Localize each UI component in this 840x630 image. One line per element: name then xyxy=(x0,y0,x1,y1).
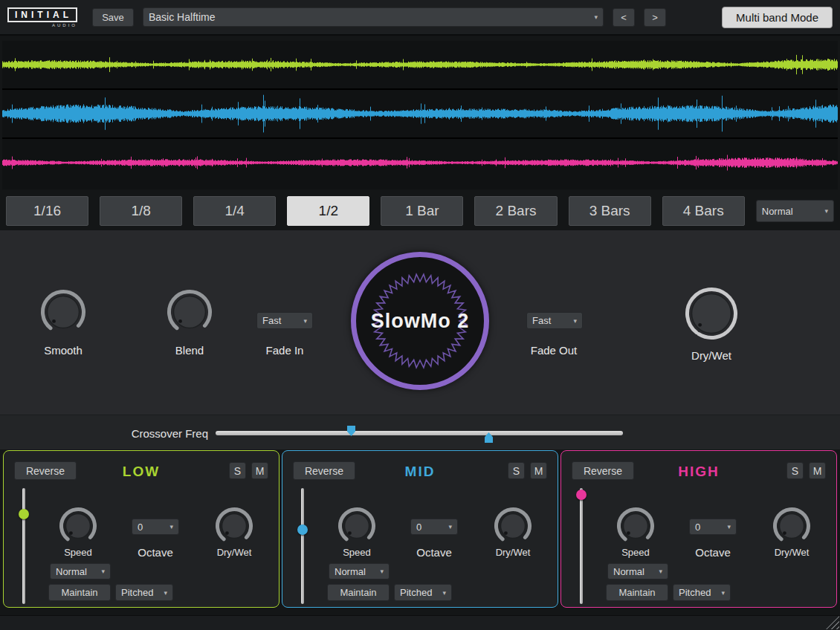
fade-out-select[interactable]: Fast ▾ xyxy=(526,312,583,329)
speed-knob[interactable] xyxy=(337,507,376,545)
division-button[interactable]: 3 Bars xyxy=(569,196,651,226)
slider-track xyxy=(22,488,25,604)
octave-value: 0 xyxy=(695,522,700,533)
fade-in-select[interactable]: Fast ▾ xyxy=(256,312,313,329)
maintain-button[interactable]: Maintain xyxy=(606,584,668,601)
preset-select[interactable]: Basic Halftime ▾ xyxy=(143,7,604,27)
octave-select[interactable]: 0 ▾ xyxy=(410,519,458,535)
crossover-section: Crossover Freq xyxy=(0,415,840,449)
band-panel-high: Reverse HIGH S M Speed 0 ▾ Octave Dry/We… xyxy=(560,450,837,608)
speed-label: Speed xyxy=(37,547,119,558)
playback-mode-value: Normal xyxy=(762,206,793,217)
logo-subtext: AUDIO xyxy=(7,23,77,27)
band-mode-select[interactable]: Normal ▾ xyxy=(329,563,390,579)
fade-out-value: Fast xyxy=(532,315,551,326)
smooth-label: Smooth xyxy=(22,344,104,357)
high-waveform-canvas xyxy=(2,140,838,185)
prev-preset-button[interactable]: < xyxy=(613,8,635,27)
division-button[interactable]: 1/4 xyxy=(193,196,276,226)
band-level-slider[interactable] xyxy=(19,488,29,604)
crossover-label: Crossover Freq xyxy=(97,427,208,440)
chevron-down-icon: ▾ xyxy=(721,589,725,597)
band-drywet-knob[interactable] xyxy=(494,507,532,545)
band-mode-value: Normal xyxy=(335,566,366,577)
solo-button[interactable]: S xyxy=(786,462,804,479)
status-bar xyxy=(0,615,840,630)
save-button[interactable]: Save xyxy=(92,8,134,27)
chevron-down-icon: ▾ xyxy=(573,317,577,325)
slider-handle[interactable] xyxy=(297,525,308,535)
waveform-display xyxy=(2,41,838,189)
crossover-slider-track[interactable] xyxy=(216,431,623,435)
pitch-mode-select[interactable]: Pitched ▾ xyxy=(673,584,731,601)
band-mode-value: Normal xyxy=(56,566,87,577)
main-drywet-knob[interactable] xyxy=(685,287,738,340)
speed-label: Speed xyxy=(316,547,398,558)
chevron-down-icon: ▾ xyxy=(727,523,731,530)
band-mode-select[interactable]: Normal ▾ xyxy=(50,563,111,579)
slider-track xyxy=(301,488,304,604)
chevron-down-icon: ▾ xyxy=(101,568,105,575)
speed-knob[interactable] xyxy=(59,507,97,545)
multiband-mode-button[interactable]: Multi band Mode xyxy=(722,7,833,28)
division-button[interactable]: 1/8 xyxy=(100,196,182,226)
blend-knob[interactable] xyxy=(167,289,213,335)
slider-handle[interactable] xyxy=(576,490,587,500)
chevron-down-icon: ▾ xyxy=(442,589,446,597)
octave-select[interactable]: 0 ▾ xyxy=(132,519,179,535)
division-button[interactable]: 1/16 xyxy=(6,196,88,226)
slowmo-logo: SlowMo 2 xyxy=(351,252,489,390)
division-button[interactable]: 1 Bar xyxy=(381,196,463,226)
band-drywet-label: Dry/Wet xyxy=(193,547,275,558)
resize-grip[interactable] xyxy=(826,616,839,629)
time-division-bar: 1/16 1/8 1/4 1/2 1 Bar 2 Bars 3 Bars 4 B… xyxy=(6,195,834,227)
speed-knob[interactable] xyxy=(616,507,655,545)
solo-button[interactable]: S xyxy=(508,462,525,479)
chevron-down-icon: ▾ xyxy=(594,13,598,21)
smooth-knob[interactable] xyxy=(40,289,86,335)
octave-select[interactable]: 0 ▾ xyxy=(689,519,737,535)
initial-audio-logo: INITIAL AUDIO xyxy=(7,7,77,27)
main-drywet-label: Dry/Wet xyxy=(671,349,752,362)
maintain-button[interactable]: Maintain xyxy=(327,584,390,601)
band-drywet-label: Dry/Wet xyxy=(472,547,554,558)
plugin-title: SlowMo 2 xyxy=(371,310,470,333)
solo-button[interactable]: S xyxy=(229,462,246,479)
mute-button[interactable]: M xyxy=(809,462,826,479)
slider-handle[interactable] xyxy=(19,509,29,519)
slider-track xyxy=(580,488,583,604)
pitch-mode-value: Pitched xyxy=(679,587,711,598)
division-button[interactable]: 2 Bars xyxy=(474,196,557,226)
band-drywet-knob[interactable] xyxy=(215,507,253,545)
mute-button[interactable]: M xyxy=(530,462,547,479)
pitch-mode-value: Pitched xyxy=(400,587,432,598)
chevron-down-icon: ▾ xyxy=(380,568,384,575)
waveform-row-high xyxy=(2,139,838,186)
band-drywet-label: Dry/Wet xyxy=(751,547,833,558)
division-button[interactable]: 4 Bars xyxy=(662,196,745,226)
band-drywet-knob[interactable] xyxy=(772,507,811,545)
next-preset-button[interactable]: > xyxy=(644,8,666,27)
division-button-selected[interactable]: 1/2 xyxy=(287,196,369,226)
band-panel-mid: Reverse MID S M Speed 0 ▾ Octave Dry/Wet… xyxy=(282,450,558,608)
fade-out-label: Fade Out xyxy=(513,344,595,357)
octave-label: Octave xyxy=(672,546,754,559)
main-controls-panel: Smooth Blend Fast ▾ Fade In SlowMo 2 Fas… xyxy=(0,230,840,415)
pitch-mode-select[interactable]: Pitched ▾ xyxy=(394,584,452,601)
maintain-button[interactable]: Maintain xyxy=(48,584,111,601)
playback-mode-select[interactable]: Normal ▾ xyxy=(756,200,834,222)
fade-in-label: Fade In xyxy=(244,344,326,357)
top-bar: INITIAL AUDIO Save Basic Halftime ▾ < > … xyxy=(0,0,840,36)
waveform-row-low xyxy=(2,41,838,90)
band-level-slider[interactable] xyxy=(297,488,308,604)
octave-label: Octave xyxy=(393,546,475,559)
chevron-down-icon: ▾ xyxy=(448,523,452,530)
band-mode-select[interactable]: Normal ▾ xyxy=(607,563,668,579)
logo-text: INITIAL xyxy=(7,7,77,22)
band-panel-low: Reverse LOW S M Speed 0 ▾ Octave Dry/Wet… xyxy=(3,450,280,608)
mid-waveform-canvas xyxy=(2,91,838,137)
pitch-mode-select[interactable]: Pitched ▾ xyxy=(115,584,173,601)
mute-button[interactable]: M xyxy=(251,462,268,479)
chevron-down-icon: ▾ xyxy=(164,589,167,597)
band-level-slider[interactable] xyxy=(576,488,587,604)
